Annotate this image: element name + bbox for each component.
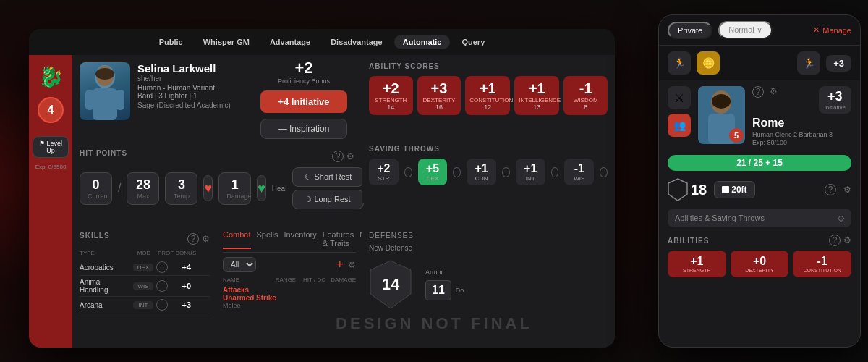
dodge-label: Do [456, 287, 464, 294]
save-int: +1 INT [516, 159, 545, 185]
hp-max-box: 28 Max [127, 172, 159, 205]
mobile-abilities-help[interactable]: ? [829, 235, 841, 246]
attack-filter-select[interactable]: All [223, 257, 256, 272]
level-up-button[interactable]: ⚑ Level Up [33, 136, 69, 158]
toolbar-advantage[interactable]: Advantage [261, 35, 319, 49]
save-int-val: +1 [519, 162, 542, 175]
ability-scores-title: ABILITY SCORES [369, 62, 608, 70]
skill-animal-handling-prof[interactable] [156, 280, 168, 292]
mobile-ac-display: 18 [668, 178, 707, 201]
save-str: +2 STR [369, 159, 399, 185]
combat-gear-icon[interactable]: ⚙ [348, 260, 356, 270]
add-attack-icon[interactable]: + [336, 257, 344, 272]
mobile-exp: Exp: 80/100 [752, 139, 851, 146]
mobile-panel: Private Normal ∨ ✕ Manage 🏃 🪙 🏃 +3 ⚔ 👥 [658, 14, 861, 348]
skill-arcana-prof[interactable] [156, 299, 168, 311]
mobile-gear-icon[interactable]: ⚙ [770, 86, 778, 98]
toolbar-disadvantage[interactable]: Disadvantage [322, 35, 391, 49]
mobile-dex-name: Dexterity [735, 268, 785, 273]
hp-current-box: 0 Current [80, 172, 112, 205]
left-sidebar: 🐉 4 ⚑ Level Up Exp: 0/6500 [29, 55, 72, 348]
dex-mod: +3 [422, 80, 457, 97]
skill-acrobatics-bonus: +4 [171, 263, 191, 272]
mobile-char-details: Human Cleric 2 Barbarian 3 [752, 131, 851, 138]
str-mod: +2 [373, 80, 409, 97]
skills-help-icon[interactable]: ? [187, 233, 199, 245]
mobile-action-icon[interactable]: ⚔ [668, 86, 691, 109]
mobile-speed-gear[interactable]: ⚙ [843, 185, 851, 195]
character-level-badge: 4 [38, 97, 64, 123]
proficiency-label: Proficiency Bonus [278, 77, 330, 85]
character-portrait [80, 62, 130, 120]
saves-title: SAVING THROWS [369, 145, 608, 153]
attack-filter: All + ⚙ [223, 257, 356, 272]
mobile-run-icon[interactable]: 🏃 [668, 51, 691, 75]
mobile-chevron-icon: ◇ [838, 213, 844, 223]
mobile-help-icon[interactable]: ? [752, 86, 764, 98]
defenses-section: DEFENSES New Defense 14 Armor 11 Do [362, 224, 615, 348]
skills-section: SKILLS ? ⚙ TYPE MOD PROF BONUS Acrobatic… [72, 224, 217, 348]
mobile-run-icon-2[interactable]: 🏃 [797, 51, 820, 75]
save-con: +1 CON [467, 159, 496, 185]
new-defense-text: New Defense [369, 244, 608, 252]
int-mod: +1 [519, 80, 555, 97]
mobile-people-icon[interactable]: 👥 [668, 114, 691, 137]
toolbar-public[interactable]: Public [150, 35, 192, 49]
save-con-val: +1 [470, 162, 493, 175]
mobile-tab-normal[interactable]: Normal ∨ [718, 21, 773, 39]
main-character-panel: Public Whisper GM Advantage Disadvantage… [29, 29, 615, 348]
mobile-speed-help[interactable]: ? [825, 184, 836, 195]
mobile-initiative-box: +3 Initiative [819, 86, 851, 114]
mobile-character-name: Rome [752, 117, 851, 130]
save-dex-label: DEX [422, 175, 444, 182]
hp-gear-icon[interactable]: ⚙ [346, 151, 354, 161]
int-name: Intelligence [519, 97, 555, 104]
save-int-label: INT [519, 175, 542, 182]
toolbar-whisper-gm[interactable]: Whisper GM [195, 35, 258, 49]
skill-arcana: Arcana INT +3 [80, 297, 210, 313]
toolbar-automatic[interactable]: Automatic [394, 35, 451, 49]
skill-animal-handling-attr: WIS [133, 282, 153, 290]
unarmed-strike[interactable]: Unarmed Strike Melee [223, 294, 356, 309]
svg-rect-3 [116, 90, 124, 110]
save-dex-val: +5 [422, 162, 444, 175]
mobile-ability-dexterity: +0 Dexterity [731, 251, 789, 277]
ability-dexterity: +3 Dexterity 16 [417, 76, 461, 115]
skill-animal-handling: Animal Handling WIS +0 [80, 276, 210, 297]
ac-secondary-value: 11 [425, 280, 451, 300]
wis-name: Wisdom [568, 97, 603, 104]
skill-acrobatics-name: Acrobatics [80, 264, 130, 272]
speed-icon [722, 186, 729, 193]
save-wis-val: -1 [568, 162, 590, 175]
mobile-portrait: 5 [698, 86, 745, 144]
initiative-button[interactable]: +4 Initiative [260, 90, 347, 113]
hp-row: 0 Current / 28 Max 3 Temp ♥ 1 Damage ♥ H… [80, 167, 354, 209]
skill-acrobatics: Acrobatics DEX +4 [80, 259, 210, 276]
tab-combat[interactable]: Combat [223, 230, 251, 249]
hp-help-icon[interactable]: ? [332, 151, 344, 162]
app-logo: 🐉 [36, 62, 65, 91]
proficiency-initiative-area: +2 Proficiency Bonus +4 Initiative — Ins… [246, 55, 362, 142]
combat-section: Combat Spells Inventory Features & Trait… [217, 224, 362, 348]
long-rest-button[interactable]: ☽ Long Rest [292, 190, 364, 209]
hp-temp-box: 3 Temp [165, 172, 197, 205]
skill-acrobatics-prof[interactable] [156, 261, 168, 273]
mobile-search-bar[interactable]: Abilities & Saving Throws ◇ [668, 209, 851, 227]
tab-spells[interactable]: Spells [257, 230, 278, 249]
toolbar-query[interactable]: Query [453, 35, 493, 49]
hp-section-title: HIT POINTS [80, 149, 127, 157]
tab-inventory[interactable]: Inventory [284, 230, 317, 249]
mobile-coin-icon[interactable]: 🪙 [697, 51, 720, 75]
mobile-manage[interactable]: ✕ Manage [813, 25, 851, 35]
short-rest-button[interactable]: ☾ Short Rest [292, 167, 364, 187]
wis-mod: -1 [568, 80, 603, 97]
inspiration-button[interactable]: — Inspiration [260, 119, 347, 139]
tab-features[interactable]: Features & Traits [323, 230, 354, 249]
saving-throws-section: SAVING THROWS +2 STR +5 DEX +1 CON +1 IN… [362, 138, 615, 203]
mobile-dex-mod: +0 [735, 255, 785, 268]
proficiency-value: +2 [278, 59, 330, 77]
skills-gear-icon[interactable]: ⚙ [202, 234, 210, 244]
mobile-tab-private[interactable]: Private [668, 22, 712, 39]
hp-heal-icon[interactable]: ♥ [257, 175, 266, 201]
mobile-abilities-gear[interactable]: ⚙ [843, 235, 851, 245]
